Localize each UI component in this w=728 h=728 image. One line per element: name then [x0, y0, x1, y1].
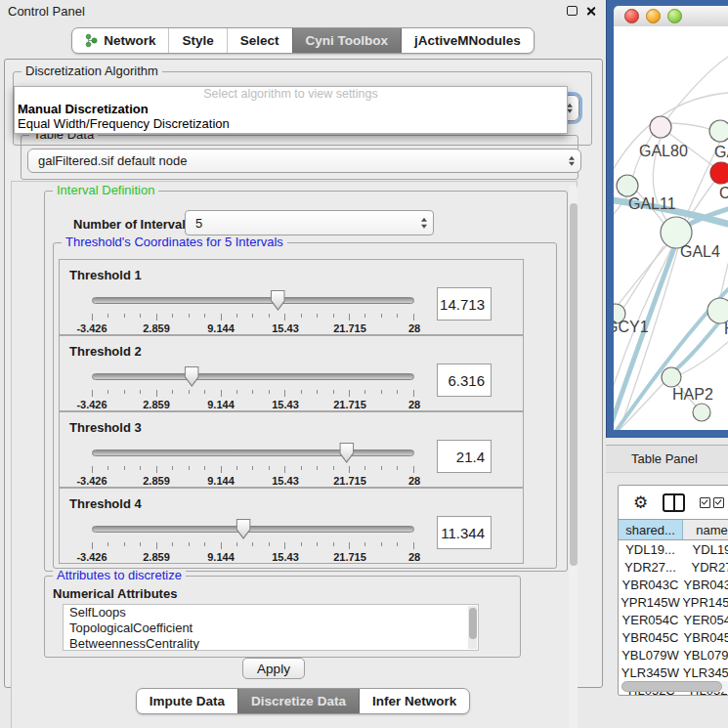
vertical-scrollbar[interactable]	[569, 185, 578, 728]
table-row[interactable]: YLR345WYLR345W	[619, 664, 728, 681]
network-node-gal80[interactable]	[650, 116, 671, 138]
apply-button[interactable]: Apply	[242, 658, 305, 679]
threshold-value-field[interactable]: 21.4	[437, 440, 492, 473]
network-node-gal11[interactable]	[617, 175, 638, 196]
network-node[interactable]	[693, 404, 710, 421]
gear-icon[interactable]: ⚙	[633, 494, 648, 511]
table-cell: YPR145W	[619, 593, 683, 611]
threshold-value-field[interactable]: 14.713	[437, 287, 492, 321]
stepper-icon[interactable]	[569, 155, 575, 166]
table-data-select[interactable]: galFiltered.sif default node	[27, 149, 581, 173]
slider-handle[interactable]	[236, 519, 251, 539]
table-row[interactable]: YPR145WYPR145W	[619, 593, 728, 611]
table-row[interactable]: YBL079WYBL079W	[619, 646, 728, 664]
attribute-item[interactable]: SelfLoops	[64, 605, 478, 621]
columns-icon[interactable]	[663, 493, 685, 512]
tab-network[interactable]: Network	[72, 28, 168, 53]
tab-label: Select	[240, 33, 279, 48]
zoom-window-button[interactable]	[667, 9, 682, 23]
table-data-group: Table Data galFiltered.sif default node	[21, 135, 578, 180]
number-of-intervals-select[interactable]: 5	[185, 210, 434, 236]
table-cell: YLR345W	[683, 664, 728, 681]
table-body: YDL19...YDL19YDR27...YDR27YBR043CYBR043C…	[619, 540, 728, 696]
network-node-ga[interactable]	[709, 120, 728, 142]
node-label: GA	[714, 144, 728, 160]
tab-infer-network[interactable]: Infer Network	[359, 689, 469, 713]
threshold-label: Threshold 1	[69, 268, 142, 282]
network-edge	[671, 123, 709, 129]
attribute-item[interactable]: TopologicalCoefficient	[64, 621, 478, 636]
group-title: Interval Definition	[53, 184, 158, 197]
close-icon[interactable]	[585, 6, 596, 17]
float-window-icon[interactable]	[567, 6, 578, 16]
threshold-slider[interactable]: -3.4262.8599.14415.4321.71528	[92, 289, 414, 334]
threshold-slider[interactable]: -3.4262.8599.14415.4321.71528	[92, 442, 414, 487]
table-row[interactable]: YDR27...YDR27	[619, 558, 728, 576]
node-table: ⚙ shared...name YDL19...YDL19YDR27...YDR…	[618, 485, 728, 696]
table-cell: YBR045C	[683, 628, 728, 646]
table-cell: YDR27...	[619, 558, 683, 576]
algorithm-option[interactable]: Manual Discretization	[15, 102, 567, 116]
table-cell: YBL079W	[683, 646, 728, 664]
table-cell: YBL079W	[619, 646, 683, 664]
network-node-c[interactable]	[710, 162, 728, 184]
threshold-slider[interactable]: -3.4262.8599.14415.4321.71528	[92, 365, 414, 410]
numerical-attributes-list[interactable]: SelfLoopsTopologicalCoefficientBetweenne…	[63, 604, 479, 651]
threshold-value-field[interactable]: 11.344	[437, 516, 492, 549]
network-edge	[661, 57, 728, 127]
table-panel-titlebar: Table Panel	[606, 445, 728, 473]
threshold-value-field[interactable]: 6.316	[437, 364, 492, 397]
scrollbar-thumb[interactable]	[469, 608, 477, 639]
list-scrollbar[interactable]	[468, 606, 477, 649]
slider-ticks	[92, 466, 414, 473]
threshold-label: Threshold 4	[69, 496, 142, 511]
table-data-value: galFiltered.sif default node	[38, 153, 187, 168]
algorithm-dropdown: Select algorithm to view settings Manual…	[14, 86, 568, 134]
column-header[interactable]: name	[683, 520, 728, 539]
network-canvas[interactable]: GAL80GACGAL11GAL4GCY1HHAP2	[614, 26, 728, 430]
scrollbar-thumb[interactable]	[621, 681, 722, 692]
table-row[interactable]: YER054CYER054C	[619, 611, 728, 628]
tab-discretize-data[interactable]: Discretize Data	[237, 689, 359, 713]
minimize-window-button[interactable]	[646, 9, 661, 23]
table-row[interactable]: YDL19...YDL19	[619, 540, 728, 558]
tab-label: Infer Network	[372, 694, 456, 708]
cyni-mode-tabs: Impute DataDiscretize DataInfer Network	[136, 688, 470, 714]
scrollbar-thumb[interactable]	[570, 203, 578, 566]
close-window-button[interactable]	[624, 9, 639, 23]
slider-handle[interactable]	[185, 366, 199, 387]
slider-handle[interactable]	[271, 290, 285, 311]
threshold-label: Threshold 2	[69, 344, 142, 359]
node-label: H	[724, 321, 728, 337]
tab-label: Discretize Data	[251, 694, 346, 708]
slider-track[interactable]	[92, 373, 414, 380]
node-label: GAL4	[680, 243, 720, 260]
slider-ticks	[92, 314, 414, 321]
table-row[interactable]: YBR045CYBR045C	[619, 628, 728, 646]
horizontal-scrollbar[interactable]	[621, 681, 728, 692]
threshold-panel: Threshold 4 -3.4262.8599.14415.4321.7152…	[59, 488, 524, 564]
threshold-label: Threshold 3	[69, 420, 142, 435]
network-node-hap2[interactable]	[662, 367, 681, 387]
select-columns-icon[interactable]	[700, 497, 724, 508]
threshold-slider[interactable]: -3.4262.8599.14415.4321.71528	[92, 518, 414, 563]
table-header: shared...name	[619, 519, 728, 540]
network-graph: GAL80GACGAL11GAL4GCY1HHAP2	[614, 26, 728, 430]
algorithm-option[interactable]: Equal Width/Frequency Discretization	[15, 116, 567, 131]
slider-track[interactable]	[92, 297, 414, 304]
tab-select[interactable]: Select	[227, 28, 292, 53]
attribute-item[interactable]: BetweennessCentrality	[64, 636, 478, 651]
slider-track[interactable]	[92, 450, 414, 456]
stepper-icon[interactable]	[421, 218, 427, 229]
table-row[interactable]: YBR043CYBR043C	[619, 576, 728, 593]
slider-track[interactable]	[92, 526, 414, 533]
table-cell: YDR27	[683, 558, 728, 576]
thresholds-group: Threshold's Coordinates for 5 Intervals …	[53, 242, 557, 569]
network-edge	[618, 248, 678, 430]
tab-jactivemnodules[interactable]: jActiveMNodules	[401, 28, 534, 53]
tab-impute-data[interactable]: Impute Data	[137, 689, 237, 713]
slider-handle[interactable]	[339, 443, 354, 463]
tab-cyni-toolbox[interactable]: Cyni Toolbox	[292, 28, 402, 53]
column-header[interactable]: shared...	[619, 520, 683, 539]
tab-style[interactable]: Style	[168, 28, 226, 53]
